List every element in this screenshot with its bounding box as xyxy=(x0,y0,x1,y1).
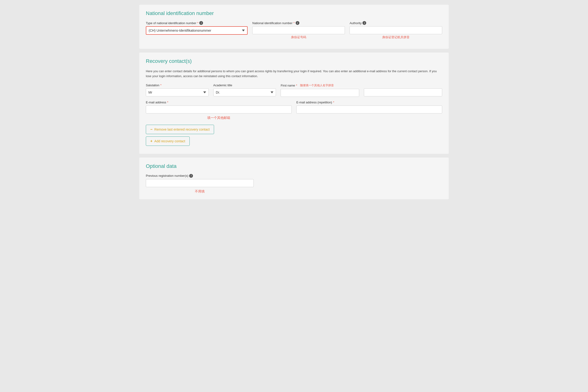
last-name-input[interactable]: Shen xyxy=(364,88,442,96)
remove-recovery-button[interactable]: − Remove last entered recovery contact xyxy=(146,125,214,134)
national-id-section: National identification number Type of n… xyxy=(139,5,449,49)
id-type-label: Type of national identification number *… xyxy=(146,21,248,25)
plus-icon: + xyxy=(150,139,152,143)
salutation-group: Salutation * Mr xyxy=(146,84,209,96)
academic-title-group: Academic title Dr. xyxy=(213,84,276,96)
national-id-title: National identification number xyxy=(146,10,442,16)
academic-label: Academic title xyxy=(213,84,276,87)
authority-input[interactable]: ■■ ■■■■■■■ ■■■■■ xyxy=(350,26,442,34)
email-rep-input[interactable]: ■■■■■ ■■ ■■■■■■ ■@163.com xyxy=(296,106,442,114)
authority-info-icon[interactable]: i xyxy=(362,21,366,25)
email-annotation: 填一个其他邮箱 xyxy=(146,116,292,120)
authority-annotation: 身份证登记机关拼音 xyxy=(382,35,410,40)
recovery-row-2: E-mail address * ■■■ ■■ ■■■■■ ■■ ■@163.c… xyxy=(146,100,442,120)
authority-label: Authority i xyxy=(350,21,442,25)
id-number-label: National identification number * i xyxy=(252,21,345,25)
salutation-label: Salutation * xyxy=(146,84,209,87)
prev-reg-annotation: 不用填 xyxy=(146,190,254,194)
optional-data-title: Optional data xyxy=(146,163,442,169)
add-recovery-button[interactable]: + Add recovery contact xyxy=(146,136,190,146)
salutation-select[interactable]: Mr xyxy=(146,88,209,96)
prev-reg-input[interactable] xyxy=(146,179,254,187)
last-name-label xyxy=(364,84,442,87)
prev-reg-group: Previous registration number(s) i 不用填 xyxy=(146,174,254,194)
recovery-contact-title: Recovery contact(s) xyxy=(146,58,442,64)
id-number-input[interactable]: 1■ ■ ■■■ ■■ ■ xyxy=(252,26,345,34)
recovery-row-1: Salutation * Mr Academic title Dr. First… xyxy=(146,84,442,97)
email-group: E-mail address * ■■■ ■■ ■■■■■ ■■ ■@163.c… xyxy=(146,100,292,120)
last-name-group: Shen xyxy=(364,84,442,96)
recovery-description: Here you can enter contact details for a… xyxy=(146,69,442,79)
prev-reg-info-icon[interactable]: i xyxy=(189,174,193,178)
first-name-group: First name * 随便填一个其他人名字拼音 yuhui xyxy=(281,84,359,97)
email-rep-label: E-mail address (repetition) * xyxy=(296,100,442,104)
recovery-buttons: − Remove last entered recovery contact +… xyxy=(146,125,442,148)
id-type-select[interactable]: (CH) Unternehmens-Identifikationsnummer xyxy=(146,26,248,35)
recovery-contact-section: Recovery contact(s) Here you can enter c… xyxy=(139,52,449,154)
optional-data-section: Optional data Previous registration numb… xyxy=(139,158,449,199)
first-name-label: First name * 随便填一个其他人名字拼音 xyxy=(281,84,359,88)
first-name-input[interactable]: yuhui xyxy=(281,89,359,97)
academic-select[interactable]: Dr. xyxy=(213,88,276,96)
id-type-info-icon[interactable]: i xyxy=(199,21,203,25)
id-number-group: National identification number * i 1■ ■ … xyxy=(252,21,345,40)
minus-icon: − xyxy=(150,127,152,132)
email-input[interactable]: ■■■ ■■ ■■■■■ ■■ ■@163.com xyxy=(146,106,292,114)
id-type-group: Type of national identification number *… xyxy=(146,21,248,35)
first-name-annotation: 随便填一个其他人名字拼音 xyxy=(300,84,334,88)
id-number-annotation: 身份证号码 xyxy=(291,35,306,40)
prev-reg-label: Previous registration number(s) i xyxy=(146,174,254,178)
email-rep-group: E-mail address (repetition) * ■■■■■ ■■ ■… xyxy=(296,100,442,114)
id-number-info-icon[interactable]: i xyxy=(296,21,300,25)
authority-group: Authority i ■■ ■■■■■■■ ■■■■■ 身份证登记机关拼音 xyxy=(350,21,442,40)
email-label: E-mail address * xyxy=(146,100,292,104)
